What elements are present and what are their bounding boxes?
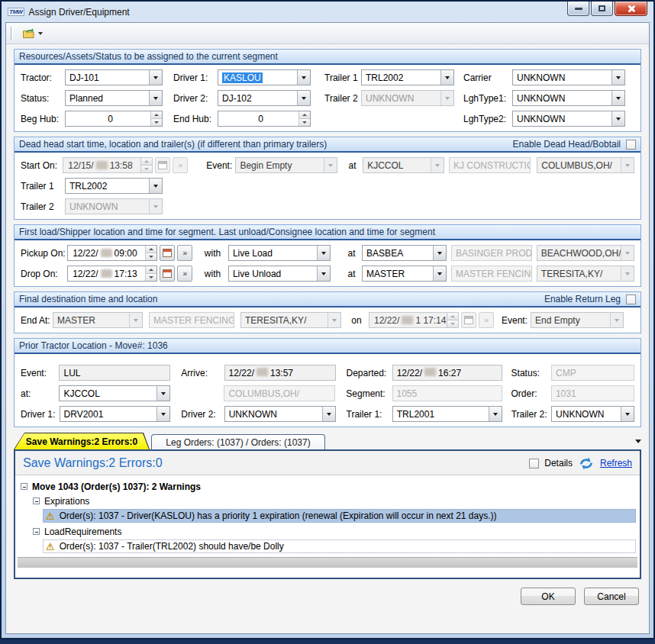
section-deadhead-header: Dead head start time, location and trail… bbox=[19, 139, 327, 150]
prior-arrive-label: Arrive: bbox=[181, 368, 224, 378]
redacted-year bbox=[96, 161, 108, 169]
prior-departed-field: 12/22/16:27 bbox=[392, 365, 502, 381]
calendar-button[interactable] bbox=[160, 266, 175, 282]
prior-trailer1-combobox[interactable]: TRL2001 bbox=[392, 406, 502, 422]
prior-at-label: at: bbox=[21, 388, 59, 399]
cancel-button[interactable]: Cancel bbox=[584, 588, 639, 605]
more-dates-button: » bbox=[479, 312, 494, 328]
dh-trailer1-combobox[interactable]: TRL2002 bbox=[65, 178, 163, 194]
prior-trailer1-label: Trailer 1: bbox=[347, 409, 392, 420]
enable-returnleg-checkbox[interactable] bbox=[626, 295, 636, 304]
trailer1-combobox[interactable]: TRL2002 bbox=[361, 69, 454, 85]
spinner-icon[interactable] bbox=[150, 111, 162, 126]
status-combobox[interactable]: Planned bbox=[65, 90, 163, 106]
lghtype2-combobox[interactable]: UNKNOWN bbox=[512, 111, 625, 127]
prior-status-label: Status: bbox=[511, 368, 551, 378]
dropdown-icon bbox=[440, 91, 453, 105]
prior-driver1-combobox[interactable]: DRV2001 bbox=[60, 406, 171, 422]
drop-datetime[interactable]: 12/22/17:13 » bbox=[67, 266, 192, 282]
expand-move-button[interactable] bbox=[18, 25, 47, 41]
close-icon bbox=[627, 5, 635, 13]
pickup-event-combobox[interactable]: Live Load bbox=[228, 245, 331, 261]
prior-arrive-field: 12/22/13:57 bbox=[224, 365, 336, 381]
pickup-datetime[interactable]: 12/22/09:00 » bbox=[67, 245, 192, 261]
warnings-tree: Move 1043 (Order(s) 1037): 2 Warnings Ex… bbox=[15, 475, 640, 578]
maximize-button[interactable] bbox=[591, 2, 613, 16]
prior-location-combobox[interactable]: KJCCOL bbox=[59, 385, 170, 401]
calendar-button bbox=[461, 312, 476, 328]
driver2-combobox[interactable]: DJ-102 bbox=[218, 90, 311, 106]
prior-driver1-label: Driver 1: bbox=[21, 409, 60, 420]
dropdown-icon bbox=[149, 91, 162, 105]
dialog-client-area: Resources/Assets/Status to be assigned t… bbox=[5, 22, 650, 634]
spinner-icon[interactable] bbox=[145, 246, 156, 260]
spinner-icon[interactable] bbox=[145, 266, 156, 281]
tree-group-loadrequirements: LoadRequirements bbox=[44, 526, 121, 537]
dropdown-icon bbox=[297, 70, 310, 85]
dh-at-label: at bbox=[347, 160, 358, 171]
lghtype1-combobox[interactable]: UNKNOWN bbox=[512, 90, 625, 106]
calendar-icon bbox=[163, 249, 172, 257]
collapse-icon[interactable] bbox=[21, 483, 27, 490]
prior-status-field: CMP bbox=[551, 365, 634, 381]
refresh-link[interactable]: Refresh bbox=[600, 458, 632, 469]
dropdown-icon bbox=[621, 266, 634, 281]
endat-on-label: on bbox=[349, 315, 364, 326]
minimize-button[interactable] bbox=[567, 2, 589, 16]
warnings-panel-title: Save Warnings:2 Errors:0 bbox=[23, 456, 163, 470]
dropdown-icon bbox=[149, 199, 162, 214]
dropdown-icon bbox=[621, 246, 634, 260]
details-checkbox[interactable] bbox=[529, 459, 539, 469]
tractor-label: Tractor: bbox=[21, 72, 65, 83]
driver1-combobox[interactable]: KASLOU bbox=[218, 69, 311, 85]
prior-departed-label: Departed: bbox=[347, 368, 392, 378]
driver1-label: Driver 1: bbox=[173, 72, 218, 83]
enable-deadhead-checkbox[interactable] bbox=[626, 140, 636, 150]
beghub-stepper[interactable]: 0 bbox=[65, 111, 163, 127]
endat-event-combobox: End Empty bbox=[531, 312, 624, 328]
section-prior-tractor: Prior Tractor Location - Move#: 1036 Eve… bbox=[14, 338, 641, 427]
drop-city-combobox: TERESITA,KY/ bbox=[537, 266, 634, 282]
more-dates-button[interactable]: » bbox=[177, 245, 192, 261]
window-title: Assign Driver/Equipment bbox=[29, 7, 130, 18]
endat-location-name: MASTER FENCING bbox=[149, 312, 234, 328]
close-button[interactable] bbox=[615, 2, 647, 16]
tab-save-warnings[interactable]: Save Warnings:2 Errors:0 bbox=[14, 433, 150, 449]
warning-row-loadrequirement[interactable]: ⚠ Order(s): 1037 - Trailer(TRL2002) shou… bbox=[43, 539, 636, 553]
prior-city-field: COLUMBUS,OH/ bbox=[224, 385, 335, 401]
ok-button[interactable]: OK bbox=[521, 588, 576, 605]
prior-driver2-label: Driver 2: bbox=[181, 409, 224, 420]
tab-leg-orders[interactable]: Leg Orders: (1037) / Orders: (1037) bbox=[151, 434, 325, 449]
pickup-location-combobox[interactable]: BASBEA bbox=[362, 245, 447, 261]
drop-location-combobox[interactable]: MASTER bbox=[362, 266, 447, 282]
redacted-year bbox=[101, 249, 112, 257]
calendar-icon bbox=[163, 269, 172, 278]
drop-location-name: MASTER FENCING bbox=[451, 266, 532, 282]
calendar-button[interactable] bbox=[160, 245, 175, 261]
dropdown-icon bbox=[611, 111, 624, 126]
collapse-icon[interactable] bbox=[33, 528, 40, 535]
endhub-stepper[interactable]: 0 bbox=[218, 111, 311, 127]
chevron-down-icon bbox=[38, 32, 43, 35]
pickup-location-name: BASINGER PRODUCT bbox=[451, 245, 532, 261]
dh-trailer2-combobox: UNKNOWN bbox=[65, 198, 163, 214]
tab-overflow-icon[interactable] bbox=[635, 440, 641, 443]
driver2-label: Driver 2: bbox=[173, 93, 218, 104]
prior-segment-field: 1055 bbox=[392, 385, 502, 401]
prior-driver2-combobox[interactable]: UNKNOWN bbox=[224, 406, 336, 422]
endat-event-label: Event: bbox=[502, 315, 531, 326]
collapse-icon[interactable] bbox=[33, 497, 40, 504]
carrier-combobox[interactable]: UNKNOWN bbox=[512, 69, 625, 85]
section-prior-header: Prior Tractor Location - Move#: 1036 bbox=[19, 340, 168, 351]
enable-deadhead-label: Enable Dead Head/Bobtail bbox=[513, 139, 621, 150]
warning-row-expiration[interactable]: ⚠ Order(s): 1037 - Driver(KASLOU) has a … bbox=[43, 509, 636, 523]
prior-trailer2-combobox[interactable]: UNKNOWN bbox=[551, 406, 634, 422]
drop-event-combobox[interactable]: Live Unload bbox=[228, 266, 331, 282]
more-dates-button[interactable]: » bbox=[177, 266, 192, 282]
prior-order-field: 1031 bbox=[551, 385, 634, 401]
warning-icon: ⚠ bbox=[46, 542, 55, 552]
minimize-icon bbox=[575, 8, 582, 10]
dropdown-icon bbox=[324, 158, 337, 172]
tractor-combobox[interactable]: DJ-101 bbox=[65, 69, 163, 85]
spinner-icon[interactable] bbox=[298, 111, 310, 126]
